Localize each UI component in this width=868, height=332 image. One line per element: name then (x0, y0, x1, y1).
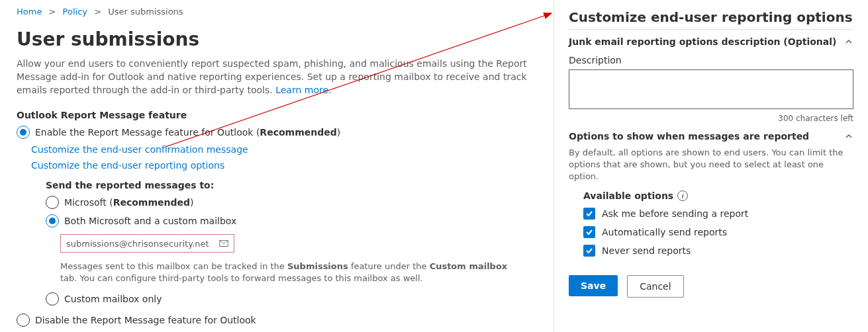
chevron-right-icon: > (49, 7, 56, 17)
breadcrumb: Home > Policy > User submissions (17, 7, 550, 17)
breadcrumb-home[interactable]: Home (17, 7, 42, 17)
radio-selected-icon[interactable] (46, 214, 59, 228)
panel-title: Customize end-user reporting options (569, 9, 853, 30)
page-intro: Allow your end users to conveniently rep… (17, 57, 540, 97)
mail-icon (219, 238, 228, 249)
save-button[interactable]: Save (569, 275, 618, 296)
radio-custom-only-label: Custom mailbox only (64, 294, 162, 304)
mailbox-help-text: Messages sent to this mailbox can be tra… (60, 261, 524, 284)
options-section-header[interactable]: Options to show when messages are report… (569, 131, 853, 142)
enable-feature-label: Enable the Report Message feature for Ou… (35, 127, 340, 138)
radio-microsoft-label: Microsoft (Recommended) (64, 197, 193, 208)
chevron-right-icon: > (94, 7, 101, 17)
checkbox-checked-icon[interactable] (583, 245, 595, 257)
junk-section-header[interactable]: Junk email reporting options description… (569, 36, 853, 47)
checkbox-never-send[interactable]: Never send reports (583, 245, 853, 257)
checkbox-checked-icon[interactable] (583, 226, 595, 238)
intro-text: Allow your end users to conveniently rep… (17, 58, 527, 95)
radio-unselected-icon[interactable] (46, 292, 59, 306)
checkbox-auto-send[interactable]: Automatically send reports (583, 226, 853, 238)
learn-more-link[interactable]: Learn more. (275, 85, 331, 95)
checkbox-checked-icon[interactable] (583, 208, 595, 220)
chevron-up-icon[interactable] (844, 132, 853, 141)
radio-both[interactable]: Both Microsoft and a custom mailbox (46, 214, 550, 228)
radio-unselected-icon[interactable] (17, 313, 30, 327)
disable-feature-radio-row[interactable]: Disable the Report Message feature for O… (17, 313, 550, 327)
description-input[interactable] (569, 69, 853, 109)
checkbox-ask-before[interactable]: Ask me before sending a report (583, 208, 853, 220)
radio-custom-only[interactable]: Custom mailbox only (46, 292, 550, 306)
mailbox-address: submissions@chrisonsecurity.net (66, 239, 209, 249)
chevron-up-icon[interactable] (844, 37, 853, 46)
mailbox-input[interactable]: submissions@chrisonsecurity.net (60, 234, 234, 253)
customize-confirmation-link[interactable]: Customize the end-user confirmation mess… (31, 144, 248, 155)
side-panel: Customize end-user reporting options Jun… (554, 0, 868, 332)
checkbox-label: Never send reports (602, 245, 691, 256)
available-options-label: Available options i (583, 190, 853, 201)
main-content: Home > Policy > User submissions User su… (0, 0, 550, 332)
junk-section-label: Junk email reporting options description… (569, 36, 836, 47)
send-to-label: Send the reported messages to: (46, 180, 550, 190)
radio-both-label: Both Microsoft and a custom mailbox (64, 216, 236, 226)
disable-feature-label: Disable the Report Message feature for O… (35, 315, 256, 325)
info-icon[interactable]: i (677, 190, 688, 201)
breadcrumb-policy[interactable]: Policy (63, 7, 87, 17)
radio-selected-icon[interactable] (17, 126, 30, 139)
breadcrumb-current: User submissions (108, 7, 183, 17)
customize-reporting-link[interactable]: Customize the end-user reporting options (31, 160, 224, 171)
characters-left: 300 characters left (569, 114, 853, 123)
description-label: Description (569, 55, 853, 65)
checkbox-label: Ask me before sending a report (602, 208, 748, 219)
enable-feature-radio-row[interactable]: Enable the Report Message feature for Ou… (17, 126, 550, 139)
cancel-button[interactable]: Cancel (627, 275, 683, 298)
page-title: User submissions (17, 28, 550, 50)
checkbox-label: Automatically send reports (602, 227, 727, 237)
radio-microsoft[interactable]: Microsoft (Recommended) (46, 196, 550, 209)
options-description: By default, all options are shown to end… (569, 147, 853, 183)
radio-unselected-icon[interactable] (46, 196, 59, 209)
options-section-label: Options to show when messages are report… (569, 131, 809, 142)
outlook-section-label: Outlook Report Message feature (17, 110, 550, 120)
